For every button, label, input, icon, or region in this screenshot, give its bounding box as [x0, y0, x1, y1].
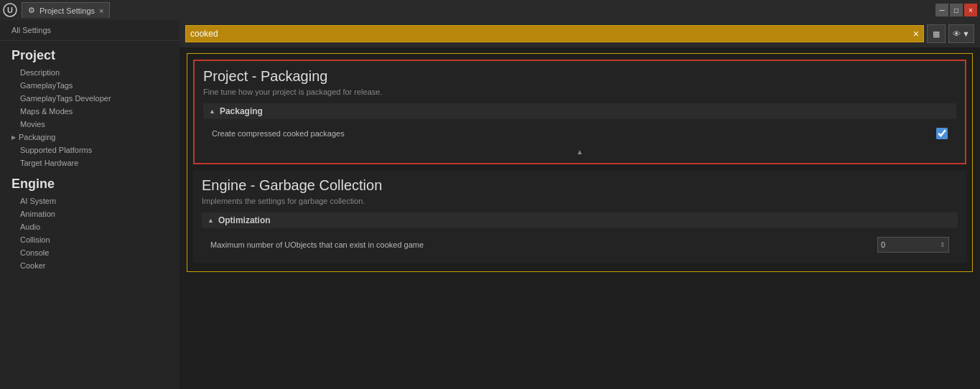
grid-view-btn[interactable]: ▦	[927, 24, 946, 43]
garbage-subsection-header[interactable]: ▲ Optimization	[202, 212, 958, 228]
sidebar-item-collision[interactable]: Collision	[0, 233, 179, 246]
uobjects-label: Maximum number of UObjects that can exis…	[210, 240, 872, 249]
title-bar: U ⚙ Project Settings × ─ □ ×	[0, 0, 980, 20]
packaging-subsection-header[interactable]: ▲ Packaging	[203, 103, 956, 119]
uobjects-value: 0	[881, 240, 940, 249]
garbage-collection-section: Engine - Garbage Collection Implements t…	[193, 170, 966, 263]
sidebar-item-movies[interactable]: Movies	[0, 118, 179, 131]
garbage-section-title: Engine - Garbage Collection	[202, 177, 958, 194]
app-logo: U	[3, 3, 17, 17]
sidebar-item-maps-modes[interactable]: Maps & Modes	[0, 105, 179, 118]
close-btn[interactable]: ×	[964, 4, 977, 17]
window-controls: ─ □ ×	[935, 4, 977, 17]
section-collapse-btn[interactable]: ▲	[577, 148, 584, 156]
garbage-subsection-title: Optimization	[218, 215, 271, 225]
sidebar-item-packaging[interactable]: Packaging	[0, 131, 179, 144]
project-settings-tab[interactable]: ⚙ Project Settings ×	[22, 2, 110, 18]
number-spinner-icon: ⇕	[940, 241, 946, 248]
search-clear-btn[interactable]: ×	[913, 28, 919, 39]
sidebar-item-animation[interactable]: Animation	[0, 207, 179, 220]
minimize-btn[interactable]: ─	[935, 4, 948, 17]
main-layout: All Settings Project Description Gamepla…	[0, 20, 980, 389]
sidebar-section-project: Project	[0, 41, 179, 66]
compressed-packages-label: Create compressed cooked packages	[212, 129, 930, 138]
garbage-setting-row-0: Maximum number of UObjects that can exis…	[202, 234, 958, 256]
search-input-wrapper[interactable]: ×	[185, 25, 924, 42]
eye-icon: 👁	[953, 29, 961, 38]
packaging-section-subtitle: Fine tune how your project is packaged f…	[203, 88, 956, 96]
sidebar-item-console[interactable]: Console	[0, 246, 179, 259]
eye-view-btn[interactable]: 👁 ▼	[948, 24, 974, 43]
packaging-collapse-arrow: ▲	[209, 108, 215, 115]
content-scroll: Project - Packaging Fine tune how your p…	[179, 47, 980, 389]
sidebar-item-cooker[interactable]: Cooker	[0, 259, 179, 272]
eye-dropdown-arrow: ▼	[962, 29, 970, 38]
uobjects-number-input[interactable]: 0 ⇕	[877, 237, 949, 253]
tab-label: Project Settings	[39, 6, 95, 15]
maximize-btn[interactable]: □	[950, 4, 963, 17]
sidebar-item-target-hardware[interactable]: Target Hardware	[0, 156, 179, 169]
sidebar-all-settings[interactable]: All Settings	[0, 20, 179, 41]
garbage-section-subtitle: Implements the settings for garbage coll…	[202, 197, 958, 205]
packaging-section-title: Project - Packaging	[203, 68, 956, 85]
sidebar-item-gameplaytags-developer[interactable]: GameplayTags Developer	[0, 92, 179, 105]
content-area: × ▦ 👁 ▼ Project - Packaging Fine tune ho…	[179, 20, 980, 389]
packaging-subsection-title: Packaging	[220, 106, 263, 116]
compressed-packages-checkbox[interactable]	[936, 128, 948, 139]
packaging-setting-row-0: Create compressed cooked packages	[203, 125, 956, 142]
grid-icon: ▦	[933, 29, 940, 39]
svg-text:U: U	[7, 6, 13, 14]
tab-icon: ⚙	[28, 6, 35, 15]
sidebar-item-ai-system[interactable]: AI System	[0, 194, 179, 207]
packaging-section: Project - Packaging Fine tune how your p…	[193, 60, 966, 164]
outer-border: Project - Packaging Fine tune how your p…	[187, 53, 973, 272]
sidebar-section-engine: Engine	[0, 169, 179, 194]
sidebar-item-supported-platforms[interactable]: Supported Platforms	[0, 144, 179, 156]
tab-close-btn[interactable]: ×	[99, 6, 103, 15]
sidebar-item-description[interactable]: Description	[0, 66, 179, 79]
sidebar-item-audio[interactable]: Audio	[0, 220, 179, 233]
sidebar: All Settings Project Description Gamepla…	[0, 20, 179, 389]
garbage-collapse-arrow: ▲	[207, 217, 214, 224]
search-bar: × ▦ 👁 ▼	[179, 20, 980, 47]
sidebar-item-gameplaytags[interactable]: GameplayTags	[0, 79, 179, 92]
search-input[interactable]	[190, 29, 913, 39]
